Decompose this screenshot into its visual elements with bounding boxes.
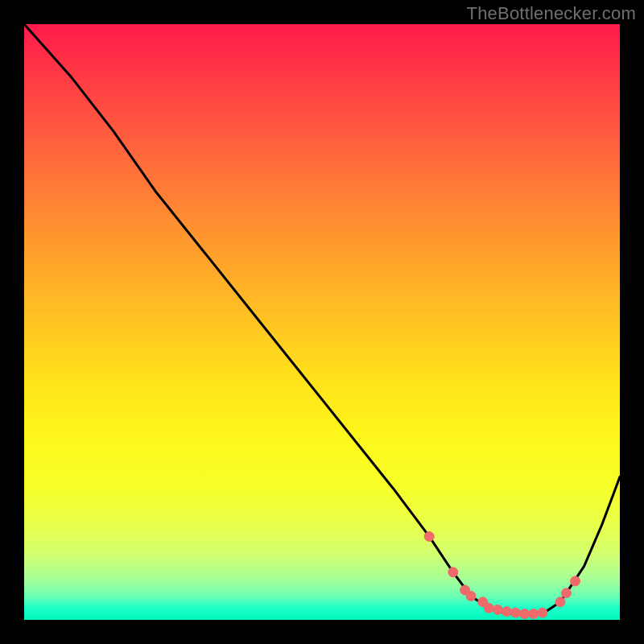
attribution-text: TheBottlenecker.com [467, 3, 636, 24]
chart-container: TheBottlenecker.com [0, 0, 644, 644]
chart-point [561, 588, 571, 598]
chart-point [555, 597, 565, 607]
chart-point [571, 576, 580, 586]
chart-point [448, 568, 458, 577]
chart-curve [24, 24, 620, 614]
chart-svg [24, 24, 620, 620]
chart-point [502, 607, 511, 617]
plot-area [24, 24, 620, 620]
chart-point [511, 608, 521, 617]
chart-point [493, 605, 502, 614]
chart-point [484, 603, 493, 613]
chart-curve-path [24, 24, 620, 614]
chart-point [424, 531, 434, 541]
chart-point [520, 609, 530, 619]
chart-point [529, 609, 539, 619]
chart-point [538, 608, 547, 617]
chart-points [424, 531, 580, 618]
chart-point [466, 591, 476, 601]
